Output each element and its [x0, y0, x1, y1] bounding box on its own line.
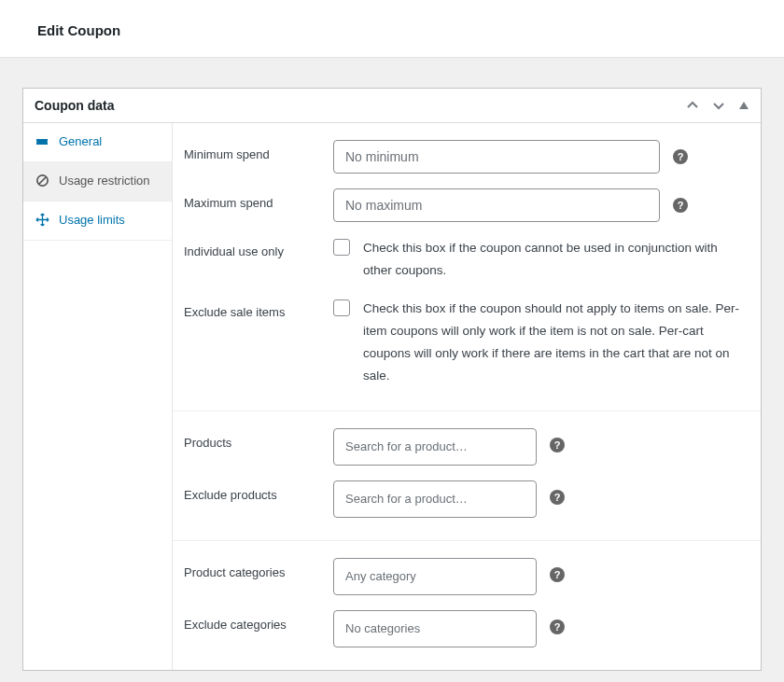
- metabox-header: Coupon data: [23, 89, 761, 123]
- row-exclude-categories: Exclude categories ?: [173, 601, 761, 653]
- row-exclude-sale: Exclude sale items Check this box if the…: [173, 288, 761, 394]
- ban-icon: [35, 174, 49, 188]
- categories-section: Product categories ? Exclude categories …: [173, 541, 761, 670]
- spend-section: Minimum spend ? Maximum spend ?: [173, 123, 761, 411]
- ticket-icon: [35, 134, 49, 149]
- tab-usage-limits-label: Usage limits: [59, 213, 125, 229]
- tab-usage-limits[interactable]: Usage limits: [23, 202, 172, 241]
- page-title: Edit Coupon: [37, 22, 747, 38]
- label-products: Products: [184, 428, 333, 450]
- metabox-controls: [686, 99, 749, 112]
- row-maximum-spend: Maximum spend ?: [173, 179, 761, 228]
- metabox-body: General Usage restriction Usage limits: [23, 123, 761, 670]
- products-input[interactable]: [333, 428, 537, 466]
- exclude-sale-checkbox[interactable]: [333, 299, 350, 316]
- help-icon[interactable]: ?: [673, 149, 688, 164]
- row-exclude-products: Exclude products ?: [173, 471, 761, 523]
- chevron-up-icon[interactable]: [686, 99, 699, 112]
- label-individual-use: Individual use only: [184, 237, 333, 258]
- row-minimum-spend: Minimum spend ?: [173, 131, 761, 179]
- tab-general[interactable]: General: [23, 123, 172, 162]
- label-minimum-spend: Minimum spend: [184, 140, 333, 161]
- page-header: Edit Coupon: [0, 0, 784, 58]
- label-product-categories: Product categories: [184, 558, 333, 579]
- label-maximum-spend: Maximum spend: [184, 188, 333, 210]
- tab-usage-restriction[interactable]: Usage restriction: [23, 162, 172, 202]
- help-icon[interactable]: ?: [550, 619, 565, 634]
- svg-line-1: [38, 177, 46, 185]
- tab-general-label: General: [59, 134, 102, 150]
- products-section: Products ? Exclude products ?: [173, 411, 761, 541]
- chevron-down-icon[interactable]: [712, 99, 725, 112]
- exclude-products-input[interactable]: [333, 480, 537, 518]
- metabox-title: Coupon data: [35, 98, 115, 113]
- exclude-sale-description: Check this box if the coupon should not …: [363, 298, 748, 388]
- collapse-triangle-icon[interactable]: [738, 100, 749, 111]
- help-icon[interactable]: ?: [550, 490, 565, 505]
- maximum-spend-input[interactable]: [333, 188, 660, 222]
- exclude-categories-input[interactable]: [333, 610, 537, 647]
- individual-use-checkbox[interactable]: [333, 239, 350, 256]
- content: Coupon data General: [0, 58, 784, 671]
- help-icon[interactable]: ?: [550, 438, 565, 452]
- coupon-tabs: General Usage restriction Usage limits: [23, 123, 173, 670]
- help-icon[interactable]: ?: [673, 198, 688, 213]
- move-icon: [35, 213, 49, 227]
- row-product-categories: Product categories ?: [173, 549, 761, 601]
- help-icon[interactable]: ?: [550, 567, 565, 582]
- label-exclude-products: Exclude products: [184, 480, 333, 502]
- row-individual-use: Individual use only Check this box if th…: [173, 228, 761, 288]
- minimum-spend-input[interactable]: [333, 140, 660, 174]
- label-exclude-categories: Exclude categories: [184, 610, 333, 632]
- label-exclude-sale: Exclude sale items: [184, 298, 333, 319]
- individual-use-description: Check this box if the coupon cannot be u…: [363, 237, 748, 283]
- coupon-data-metabox: Coupon data General: [22, 88, 762, 671]
- product-categories-input[interactable]: [333, 558, 537, 595]
- usage-restriction-panel: Minimum spend ? Maximum spend ?: [173, 123, 761, 670]
- tab-usage-restriction-label: Usage restriction: [59, 174, 150, 189]
- row-products: Products ?: [173, 419, 761, 471]
